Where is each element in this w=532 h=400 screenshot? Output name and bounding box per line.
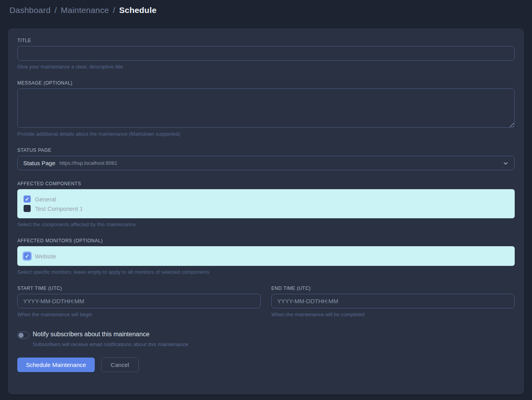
check-icon: ✓	[25, 254, 29, 259]
title-input[interactable]	[17, 46, 515, 61]
schedule-maintenance-form-card: TITLE Give your maintenance a clear, des…	[8, 28, 524, 394]
breadcrumb-maintenance[interactable]: Maintenance	[61, 6, 109, 15]
breadcrumb-separator: /	[55, 6, 57, 15]
check-icon: ✓	[25, 197, 29, 202]
affected-components-panel: ✓ General ✓ Test Component 1	[17, 189, 515, 218]
checkbox[interactable]: ✓	[24, 253, 31, 260]
affected-monitors-label: AFFECTED MONITORS (OPTIONAL)	[17, 238, 515, 243]
form-actions: Schedule Maintenance Cancel	[17, 358, 515, 372]
message-textarea[interactable]	[17, 88, 515, 128]
checkbox-label: General	[35, 196, 56, 203]
end-time-label: END TIME (UTC)	[271, 286, 515, 291]
start-time-group: START TIME (UTC) When the maintenance wi…	[17, 286, 261, 317]
start-time-label: START TIME (UTC)	[17, 286, 261, 291]
start-time-helper: When the maintenance will begin	[17, 312, 261, 317]
affected-monitors-panel: ✓ Website	[17, 246, 515, 266]
checkbox[interactable]: ✓	[24, 205, 31, 212]
status-page-group: STATUS PAGE Status Page https://hsp.loca…	[17, 147, 515, 170]
schedule-maintenance-button[interactable]: Schedule Maintenance	[17, 358, 95, 372]
message-label: MESSAGE (OPTIONAL)	[17, 80, 515, 86]
affected-components-label: AFFECTED COMPONENTS	[17, 181, 515, 186]
toggle-knob-icon	[18, 333, 24, 338]
breadcrumb-dashboard[interactable]: Dashboard	[9, 6, 51, 15]
monitor-option-website[interactable]: ✓ Website	[24, 251, 508, 261]
notify-section: Notify subscribers about this maintenanc…	[17, 331, 515, 347]
affected-monitors-helper: Select specific monitors; leave empty to…	[17, 269, 515, 275]
checkbox-label: Test Component 1	[35, 205, 83, 212]
component-option-test-component-1[interactable]: ✓ Test Component 1	[24, 204, 508, 213]
end-time-helper: When the maintenance will be completed	[271, 312, 515, 317]
breadcrumb: Dashboard / Maintenance / Schedule	[0, 0, 532, 28]
time-row: START TIME (UTC) When the maintenance wi…	[17, 286, 515, 317]
status-page-label: STATUS PAGE	[17, 147, 515, 153]
title-helper: Give your maintenance a clear, descripti…	[17, 64, 515, 70]
maintenance-schedule-page: Dashboard / Maintenance / Schedule TITLE…	[0, 0, 532, 394]
chevron-down-icon	[503, 160, 509, 166]
end-time-input[interactable]	[271, 294, 515, 308]
message-helper: Provide additional details about the mai…	[17, 131, 515, 137]
notify-helper: Subscribers will receive email notificat…	[33, 341, 515, 347]
title-label: TITLE	[17, 38, 515, 43]
breadcrumb-separator: /	[113, 6, 115, 15]
status-page-selected-url: https://hsp.localhost:8081	[59, 160, 117, 166]
message-group: MESSAGE (OPTIONAL) Provide additional de…	[17, 80, 515, 137]
checkbox[interactable]: ✓	[24, 195, 31, 203]
end-time-group: END TIME (UTC) When the maintenance will…	[271, 286, 515, 317]
notify-toggle[interactable]	[17, 332, 29, 339]
affected-components-helper: Select the components affected by this m…	[17, 221, 515, 227]
cancel-button[interactable]: Cancel	[101, 358, 139, 372]
title-group: TITLE Give your maintenance a clear, des…	[17, 38, 515, 70]
checkbox-label: Website	[35, 253, 56, 260]
component-option-general[interactable]: ✓ General	[24, 194, 508, 204]
affected-components-group: AFFECTED COMPONENTS ✓ General ✓ Test Com…	[17, 181, 515, 227]
status-page-selected-name: Status Page	[23, 160, 55, 166]
start-time-input[interactable]	[17, 294, 261, 308]
status-page-select[interactable]: Status Page https://hsp.localhost:8081	[17, 156, 515, 170]
notify-label[interactable]: Notify subscribers about this maintenanc…	[33, 331, 149, 338]
affected-monitors-group: AFFECTED MONITORS (OPTIONAL) ✓ Website S…	[17, 238, 515, 275]
message-textarea-wrap	[17, 88, 515, 128]
notify-row: Notify subscribers about this maintenanc…	[17, 331, 515, 339]
breadcrumb-current-schedule: Schedule	[119, 6, 156, 15]
